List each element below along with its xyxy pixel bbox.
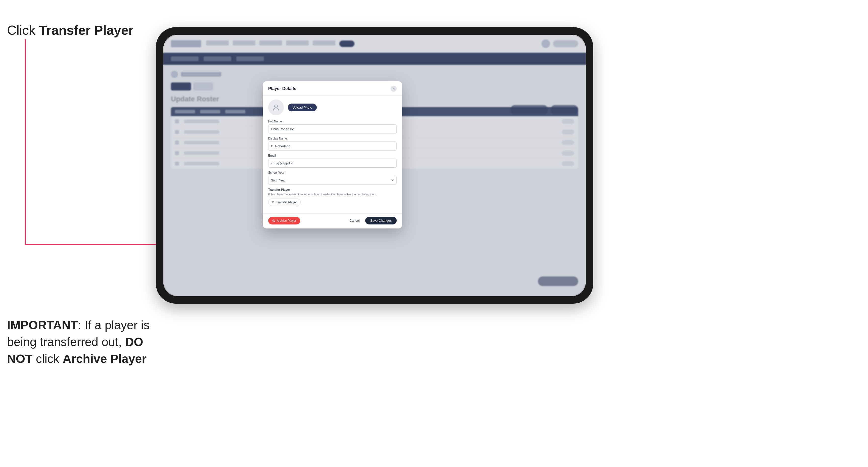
school-year-label: School Year [268, 171, 397, 175]
modal-footer: ⏻ Archive Player Cancel Save Changes [263, 213, 402, 228]
email-group: Email [268, 154, 397, 168]
upload-photo-button[interactable]: Upload Photo [288, 103, 317, 111]
cancel-button[interactable]: Cancel [346, 217, 363, 224]
modal-close-button[interactable]: × [391, 86, 397, 92]
instruction-top: Click Transfer Player [7, 23, 133, 38]
save-changes-button[interactable]: Save Changes [365, 217, 397, 224]
transfer-description: If this player has moved to another scho… [268, 192, 397, 196]
app-background: Update Roster [163, 35, 586, 296]
transfer-player-button[interactable]: ⟳ Transfer Player [268, 198, 301, 206]
archive-icon: ⏻ [272, 219, 275, 222]
transfer-player-section: Transfer Player If this player has moved… [268, 188, 397, 206]
svg-point-0 [275, 105, 278, 108]
modal-title: Player Details [268, 86, 297, 91]
display-name-group: Display Name [268, 137, 397, 151]
full-name-group: Full Name [268, 120, 397, 133]
email-label: Email [268, 154, 397, 157]
instruction-bottom: IMPORTANT: If a player is being transfer… [7, 317, 150, 368]
user-avatar-icon [272, 103, 280, 111]
avatar-row: Upload Photo [268, 99, 397, 115]
email-input[interactable] [268, 159, 397, 168]
display-name-input[interactable] [268, 142, 397, 151]
modal-header: Player Details × [263, 81, 402, 95]
annotation-line-vertical [25, 39, 26, 245]
full-name-label: Full Name [268, 120, 397, 123]
full-name-input[interactable] [268, 124, 397, 133]
school-year-select[interactable]: First Year Second Year Third Year Fourth… [268, 176, 397, 185]
player-details-modal: Player Details × Upload Photo [263, 81, 402, 228]
transfer-icon: ⟳ [272, 200, 275, 204]
avatar-circle [268, 99, 284, 115]
footer-right-buttons: Cancel Save Changes [346, 217, 397, 224]
school-year-group: School Year First Year Second Year Third… [268, 171, 397, 185]
modal-body: Upload Photo Full Name Display Name [263, 95, 402, 213]
transfer-section-title: Transfer Player [268, 188, 397, 191]
tablet-device: Update Roster [156, 27, 593, 304]
archive-player-button[interactable]: ⏻ Archive Player [268, 217, 300, 224]
tablet-screen: Update Roster [163, 35, 586, 296]
display-name-label: Display Name [268, 137, 397, 140]
